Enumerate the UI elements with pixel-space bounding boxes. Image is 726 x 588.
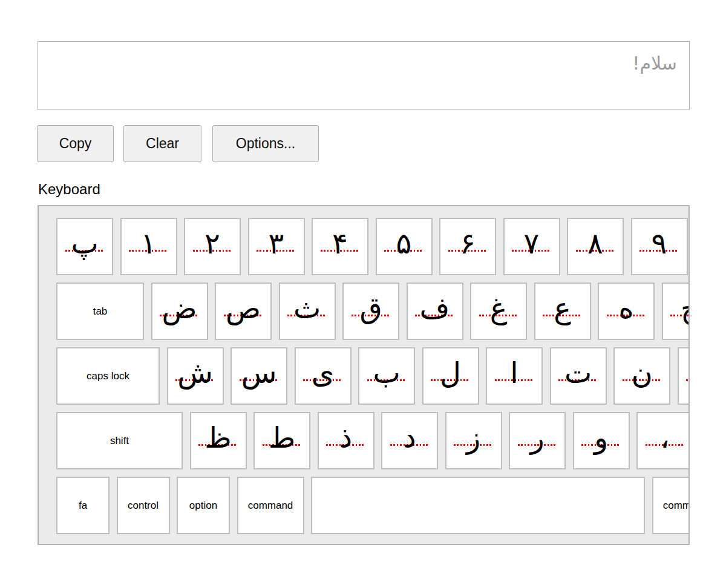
keyboard-key[interactable]: ۳ — [248, 218, 305, 275]
key-char: ا — [487, 348, 541, 387]
keyboard-key[interactable]: ی — [295, 347, 352, 405]
key-underline — [646, 444, 685, 446]
key-command[interactable]: command — [652, 477, 690, 534]
keyboard-key[interactable]: ۴ — [312, 218, 368, 275]
key-char: ۴ — [313, 219, 367, 258]
keyboard-row-4: shiftظطذدزرو، — [56, 412, 690, 469]
key-underline — [321, 250, 360, 252]
keyboard-key[interactable]: و — [573, 412, 630, 469]
key-char: ظ — [191, 413, 246, 452]
keyboard-key[interactable]: ا — [486, 347, 543, 405]
key-tab[interactable]: tab — [56, 283, 144, 340]
key-char: ق — [344, 284, 398, 322]
keyboard-key[interactable]: ق — [342, 283, 399, 340]
key-underline — [303, 379, 342, 381]
keyboard-key[interactable]: ش — [167, 347, 224, 405]
key-char: ع — [535, 284, 590, 322]
key-char: ، — [638, 413, 690, 452]
key-fa[interactable]: fa — [56, 477, 110, 534]
key-char: ت — [551, 348, 606, 387]
keyboard-key[interactable]: ذ — [318, 412, 374, 469]
key-label: shift — [57, 413, 182, 468]
key-underline — [558, 379, 598, 381]
key-shift[interactable]: shift — [56, 412, 183, 469]
key-char: ث — [280, 284, 335, 322]
keyboard-key[interactable]: خ — [662, 283, 690, 340]
key-underline — [384, 250, 424, 252]
key-underline — [160, 315, 199, 316]
keyboard-key[interactable]: ث — [279, 283, 336, 340]
key-label: option — [178, 478, 229, 533]
key-underline — [623, 379, 662, 381]
key-underline — [686, 379, 690, 381]
keyboard-key[interactable]: ۶ — [439, 218, 496, 275]
keyboard-key[interactable]: ط — [253, 412, 310, 469]
keyboard-key[interactable]: ل — [422, 347, 479, 405]
keyboard-key[interactable]: ر — [509, 412, 566, 469]
key-underline — [415, 315, 454, 316]
key-char: ی — [296, 348, 350, 387]
keyboard-key[interactable]: ض — [151, 283, 208, 340]
key-char: ۹ — [632, 219, 687, 258]
keyboard-key[interactable]: ز — [445, 412, 502, 469]
keyboard-key[interactable]: ت — [550, 347, 607, 405]
key-char: ش — [168, 348, 223, 387]
key-underline — [287, 315, 327, 316]
key-char: ذ — [319, 413, 373, 452]
key-underline — [448, 250, 488, 252]
key-underline — [257, 250, 296, 252]
keyboard-key[interactable]: ن — [613, 347, 670, 405]
key-underline — [576, 250, 615, 252]
key-control[interactable]: control — [117, 477, 170, 534]
key-underline — [240, 379, 279, 381]
key-char: غ — [471, 284, 526, 322]
keyboard-key[interactable]: غ — [470, 283, 527, 340]
text-input[interactable] — [38, 41, 690, 110]
key-char: ن — [615, 348, 669, 387]
keyboard-key[interactable]: م — [678, 347, 690, 405]
keyboard-key[interactable]: ص — [215, 283, 272, 340]
keyboard-key[interactable]: ع — [534, 283, 591, 340]
key-char: د — [382, 413, 437, 452]
keyboard-key[interactable]: ، — [636, 412, 690, 469]
key-char: ۳ — [249, 219, 304, 258]
key-underline — [175, 379, 215, 381]
keyboard-key[interactable]: د — [381, 412, 438, 469]
clear-button[interactable]: Clear — [123, 125, 201, 162]
keyboard-key[interactable]: ۹ — [631, 218, 688, 275]
key-char: ۷ — [505, 219, 559, 258]
keyboard-key[interactable]: ۲ — [184, 218, 241, 275]
key-char: ف — [408, 284, 462, 322]
key-underline — [224, 315, 263, 316]
keyboard-key[interactable]: ۱ — [120, 218, 177, 275]
keyboard-key[interactable]: ۵ — [376, 218, 433, 275]
key-option[interactable]: option — [177, 477, 230, 534]
keyboard-key[interactable]: ظ — [190, 412, 247, 469]
keyboard-key[interactable]: ۷ — [503, 218, 560, 275]
keyboard-panel: پ۱۲۳۴۵۶۷۸۹tabضصثقفغعهخcaps lockشسیبلاتنم… — [38, 205, 690, 545]
keyboard-key[interactable]: ف — [407, 283, 463, 340]
key-caps-lock[interactable]: caps lock — [56, 347, 160, 405]
key-underline — [193, 250, 232, 252]
keyboard-row-3: caps lockشسیبلاتنم — [56, 347, 690, 405]
persian-keyboard-page: Copy Clear Options... Keyboard پ۱۲۳۴۵۶۷۸… — [0, 0, 726, 588]
key-underline — [607, 315, 646, 316]
copy-button[interactable]: Copy — [37, 125, 114, 162]
key-command[interactable]: command — [237, 477, 304, 534]
key-char: ۲ — [185, 219, 240, 258]
key-char: س — [232, 348, 286, 387]
keyboard-key[interactable]: س — [231, 347, 287, 405]
keyboard-key[interactable]: پ — [56, 218, 113, 275]
key-underline — [479, 315, 518, 316]
key-underline — [129, 250, 168, 252]
key-underline — [512, 250, 551, 252]
key-space[interactable] — [311, 477, 645, 534]
key-label: command — [653, 478, 690, 533]
key-underline — [367, 379, 407, 381]
options-button[interactable]: Options... — [212, 125, 319, 162]
key-underline — [431, 379, 470, 381]
key-underline — [454, 444, 493, 446]
keyboard-key[interactable]: ه — [598, 283, 655, 340]
keyboard-key[interactable]: ۸ — [567, 218, 624, 275]
keyboard-key[interactable]: ب — [358, 347, 415, 405]
